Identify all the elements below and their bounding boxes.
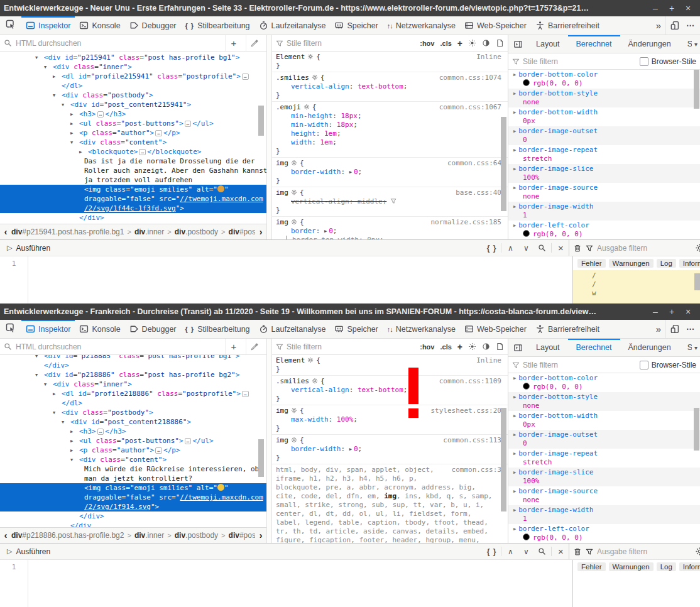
- breadcrumb-item[interactable]: div#p218886.post.has-profile.bg2: [11, 531, 124, 540]
- toolbar-tab-speicher[interactable]: Speicher: [330, 16, 382, 35]
- class-toggle-button[interactable]: .cls: [440, 40, 451, 47]
- tree-line[interactable]: </div: [0, 521, 266, 527]
- minimize-button[interactable]: –: [647, 3, 664, 13]
- breadcrumb-next-icon[interactable]: ›: [255, 530, 266, 540]
- collapse-up-icon[interactable]: ∧: [503, 240, 518, 256]
- stylesheet-link[interactable]: common.css:1067: [439, 103, 501, 112]
- collapsed-ellipsis-badge[interactable]: …: [139, 149, 146, 155]
- editor-search-icon[interactable]: [534, 240, 550, 256]
- panel-splitter[interactable]: [266, 339, 272, 543]
- computed-property-row[interactable]: ▶border-image-repeatstretch: [508, 145, 700, 164]
- html-search-bar[interactable]: HTML durchsuchen +: [0, 35, 266, 52]
- css-declaration[interactable]: border-width: ▶0;: [276, 168, 504, 177]
- sidebar-tab-nderungen[interactable]: Änderungen: [620, 339, 679, 356]
- toolbar-tab-webspeicher[interactable]: Web-Speicher: [460, 16, 531, 35]
- selector-highlighter-icon[interactable]: [312, 377, 318, 386]
- html-search-input[interactable]: HTML durchsuchen: [16, 342, 221, 351]
- stylesheet-link[interactable]: common.css:3: [452, 466, 501, 474]
- expand-arrow-icon[interactable]: ▼: [53, 91, 55, 101]
- pretty-print-icon[interactable]: { }: [484, 240, 500, 256]
- toolbar-overflow-button[interactable]: »: [652, 16, 665, 35]
- run-button[interactable]: ▷ Ausführen: [0, 544, 57, 559]
- stylesheet-link[interactable]: Inline: [476, 53, 501, 62]
- breadcrumb-item[interactable]: div.inner: [134, 531, 164, 540]
- print-simulation-icon[interactable]: [496, 342, 504, 351]
- sidebar-tab-berechnet[interactable]: Berechnet: [568, 35, 620, 53]
- expand-arrow-icon[interactable]: ▶: [53, 390, 55, 399]
- toolbar-tab-inspektor[interactable]: Inspektor: [21, 320, 75, 338]
- toolbar-tab-netzwerkanalyse[interactable]: ↑↓Netzwerkanalyse: [383, 320, 460, 338]
- overridden-filter-icon[interactable]: [390, 197, 396, 205]
- stylesheet-link[interactable]: Inline: [476, 356, 501, 365]
- sidebar-tab-berechnet[interactable]: Berechnet: [568, 339, 620, 356]
- collapsed-ellipsis-badge[interactable]: …: [185, 438, 192, 444]
- eyedropper-button[interactable]: [246, 35, 263, 51]
- console-filter-input[interactable]: Ausgabe filtern: [597, 547, 691, 556]
- markup-tree[interactable]: ▼<div id="p218885" class="post has-profi…: [0, 355, 266, 527]
- breadcrumb-item[interactable]: div.inner: [134, 227, 164, 236]
- computed-property-row[interactable]: ▶border-left-colorrgb(0, 0, 0): [508, 221, 700, 239]
- collapse-down-icon[interactable]: ∨: [518, 240, 534, 256]
- tree-line[interactable]: ▶<p class="author">…</p>: [0, 128, 266, 138]
- filter-chip-warnungen[interactable]: Warnungen: [609, 562, 654, 571]
- stylesheet-link[interactable]: normalize.css:185: [430, 218, 501, 227]
- selector-highlighter-icon[interactable]: [291, 436, 297, 445]
- tree-line[interactable]: ▶<h3>…</h3>: [0, 427, 266, 436]
- css-rule[interactable]: img{common.css:113border-width: ▶0;}: [272, 435, 508, 464]
- output-scrollbar[interactable]: [694, 273, 700, 290]
- console-output[interactable]: [573, 574, 700, 607]
- toolbar-tab-netzwerkanalyse[interactable]: ↑↓Netzwerkanalyse: [383, 16, 460, 35]
- computed-scrollbar[interactable]: [694, 70, 699, 109]
- breadcrumb-item[interactable]: div#pos: [229, 227, 255, 236]
- toolbar-tab-debugger[interactable]: Debugger: [125, 320, 181, 338]
- computed-scrollbar[interactable]: [694, 408, 699, 451]
- css-declaration[interactable]: vertical-align: text-bottom;: [276, 386, 504, 395]
- rules-filter-bar[interactable]: Stile filtern :hov .cls +: [272, 339, 508, 355]
- tree-line[interactable]: Roller auch anzeigt. Aber den Gashahn ka…: [0, 166, 266, 175]
- computed-property-row[interactable]: ▶border-image-sourcenone: [508, 183, 700, 202]
- computed-list[interactable]: ▶border-bottom-colorrgb(0, 0, 0)▶border-…: [508, 373, 700, 543]
- tree-line[interactable]: /2/svg/1f914.svg">: [0, 502, 266, 511]
- close-editor-icon[interactable]: ×: [553, 544, 569, 559]
- toolbar-tab-laufzeitanalyse[interactable]: Laufzeitanalyse: [254, 320, 331, 338]
- collapsed-ellipsis-badge[interactable]: …: [97, 429, 104, 435]
- tree-line[interactable]: ▼<div class="inner">: [0, 380, 266, 389]
- sidebar-tab-schr[interactable]: Schr: [679, 35, 692, 53]
- css-rule[interactable]: Element{Inline}: [272, 355, 508, 376]
- expand-arrow-icon[interactable]: ▶: [70, 446, 73, 456]
- dark-scheme-icon[interactable]: [482, 39, 490, 47]
- console-editor[interactable]: 1: [0, 256, 572, 304]
- expand-arrow-icon[interactable]: ▼: [53, 408, 55, 418]
- computed-filter-input[interactable]: Stile filtern: [523, 57, 558, 66]
- stylesheet-link[interactable]: stylesheet.css:20: [430, 407, 501, 415]
- computed-property-row[interactable]: ▶border-left-colorrgb(0, 0, 0): [508, 524, 700, 543]
- breadcrumb-prev-icon[interactable]: ‹: [0, 530, 11, 540]
- markup-scrollbar[interactable]: [258, 439, 264, 477]
- css-declaration[interactable]: min-height: 18px;: [276, 112, 504, 121]
- tree-line[interactable]: </dl>: [0, 81, 266, 90]
- tree-line[interactable]: </div>: [0, 361, 266, 370]
- rules-filter-bar[interactable]: Stile filtern :hov .cls +: [272, 35, 508, 52]
- computed-filter-bar[interactable]: Stile filtern Browser-Stile: [508, 53, 700, 70]
- toolbar-tab-speicher[interactable]: Speicher: [330, 320, 382, 338]
- dark-scheme-icon[interactable]: [482, 342, 490, 351]
- css-rule[interactable]: .smilies{common.css:1074vertical-align: …: [272, 72, 508, 102]
- toolbar-tab-stilbearbeitung[interactable]: { }Stilbearbeitung: [181, 16, 254, 35]
- selector-highlighter-icon[interactable]: [312, 74, 318, 82]
- console-editor[interactable]: 1: [0, 560, 572, 607]
- minimize-button[interactable]: –: [647, 307, 664, 317]
- collapsed-ellipsis-badge[interactable]: …: [242, 74, 249, 80]
- selector-highlighter-icon[interactable]: [307, 53, 314, 62]
- sidebar-toggle-icon[interactable]: [508, 339, 528, 356]
- collapsed-ellipsis-badge[interactable]: …: [242, 391, 249, 397]
- tree-line[interactable]: ▼<div id="p215941" class="post has-profi…: [0, 53, 266, 62]
- filter-chip-warnungen[interactable]: Warnungen: [609, 259, 654, 268]
- tree-line[interactable]: ▼<div class="postbody">: [0, 90, 266, 100]
- tree-line[interactable]: ▼<div id="p218886" class="post has-profi…: [0, 370, 266, 380]
- clear-console-icon[interactable]: [573, 547, 582, 556]
- breadcrumb-item[interactable]: div#p215941.post.has-profile.bg1: [11, 227, 124, 236]
- sidebar-tab-nderungen[interactable]: Änderungen: [620, 35, 679, 53]
- computed-filter-input[interactable]: Stile filtern: [523, 361, 558, 369]
- tree-line[interactable]: ▼<div class="inner">: [0, 62, 266, 72]
- eyedropper-button[interactable]: [246, 339, 263, 354]
